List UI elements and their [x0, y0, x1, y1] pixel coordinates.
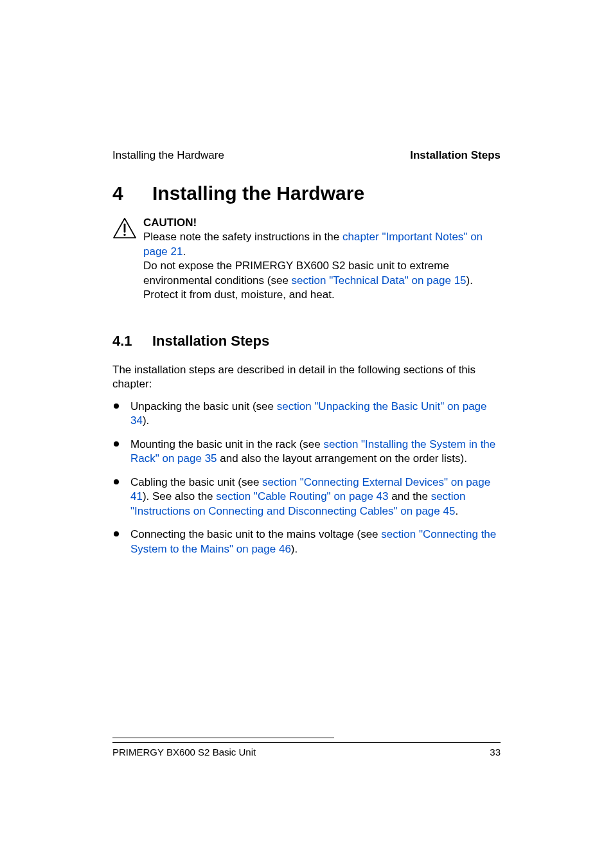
b1-post: ).	[143, 414, 149, 427]
section-heading: 4.1Installation Steps	[112, 333, 501, 350]
list-item: Cabling the basic unit (see section "Con…	[112, 475, 501, 518]
running-footer: PRIMERGY BX600 S2 Basic Unit 33	[112, 742, 501, 757]
b3-mid1: ). See also the	[143, 490, 216, 502]
footer-left: PRIMERGY BX600 S2 Basic Unit	[112, 747, 256, 757]
caution-para-1: Please note the safety instructions in t…	[143, 230, 501, 259]
section-title: Installation Steps	[152, 333, 269, 349]
svg-point-2	[123, 234, 125, 236]
footer-rule-short	[112, 738, 334, 738]
header-left: Installing the Hardware	[112, 149, 224, 162]
steps-list: Unpacking the basic unit (see section "U…	[112, 400, 501, 565]
caution-label: CAUTION!	[143, 216, 501, 230]
caution-mid1: .	[182, 245, 186, 258]
b2-pre: Mounting the basic unit in the rack (see	[130, 438, 324, 450]
warning-triangle-icon	[112, 217, 137, 239]
list-item: Connecting the basic unit to the mains v…	[112, 527, 501, 556]
caution-block: CAUTION! Please note the safety instruct…	[112, 216, 501, 303]
b2-post: and also the layout arrangement on the o…	[217, 452, 467, 465]
page-number: 33	[490, 747, 501, 757]
intro-paragraph: The installation steps are described in …	[112, 363, 501, 392]
b1-pre: Unpacking the basic unit (see	[130, 400, 277, 412]
list-item: Mounting the basic unit in the rack (see…	[112, 438, 501, 466]
b3-pre: Cabling the basic unit (see	[130, 476, 262, 488]
running-header: Installing the Hardware Installation Ste…	[112, 149, 501, 162]
section-number: 4.1	[112, 333, 152, 350]
list-item: Unpacking the basic unit (see section "U…	[112, 400, 501, 429]
b4-pre: Connecting the basic unit to the mains v…	[130, 528, 381, 540]
page: Installing the Hardware Installation Ste…	[0, 0, 613, 868]
chapter-title: Installing the Hardware	[152, 182, 364, 204]
b3-post: .	[455, 505, 458, 517]
caution-text: CAUTION! Please note the safety instruct…	[143, 216, 501, 303]
chapter-number: 4	[112, 182, 152, 204]
header-right: Installation Steps	[410, 149, 501, 162]
b4-post: ).	[291, 543, 298, 555]
caution-pre: Please note the safety instructions in t…	[143, 231, 342, 243]
chapter-heading: 4Installing the Hardware	[112, 182, 501, 204]
caution-para-2: Do not expose the PRIMERGY BX600 S2 basi…	[143, 259, 501, 302]
b3-mid2: and the	[388, 490, 431, 502]
link-cable-routing[interactable]: section "Cable Routing" on page 43	[216, 490, 388, 502]
link-technical-data[interactable]: section "Technical Data" on page 15	[292, 274, 466, 287]
